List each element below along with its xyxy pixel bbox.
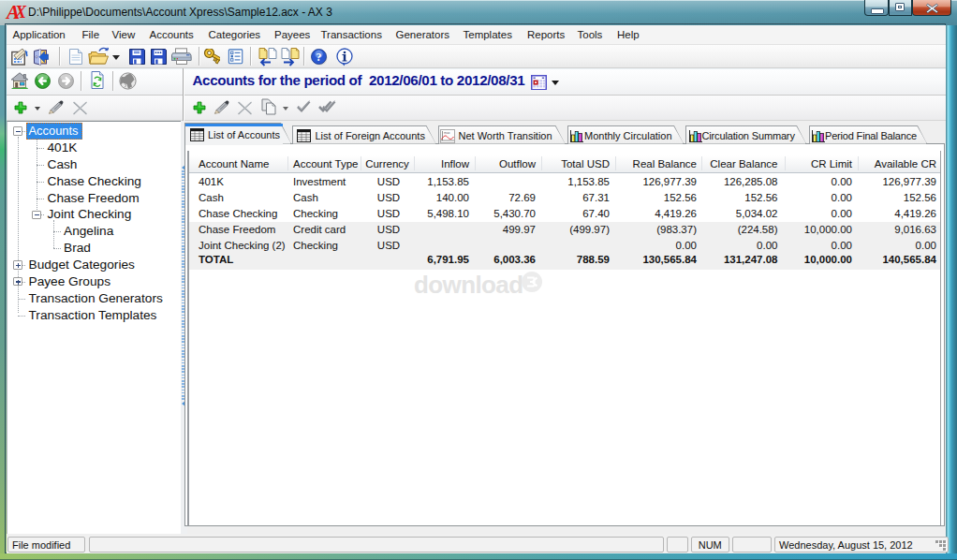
svg-text:?: ?	[316, 50, 321, 63]
svg-text:max: max	[444, 131, 450, 135]
